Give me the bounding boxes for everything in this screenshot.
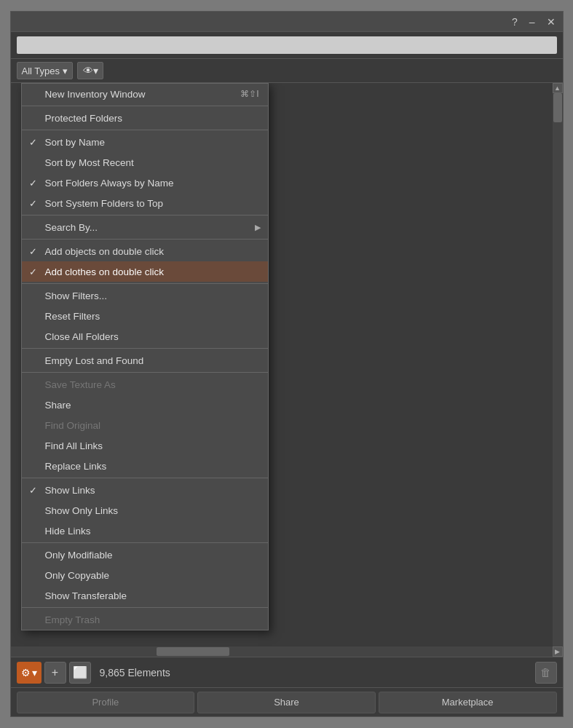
- menu-item-label: Reset Filters: [45, 311, 100, 322]
- menu-item-label: Search By...: [45, 222, 98, 233]
- menu-item-show-links[interactable]: ✓Show Links: [22, 480, 268, 500]
- menu-item-sort-by-name[interactable]: ✓Sort by Name: [22, 132, 268, 152]
- menu-item-label: Empty Trash: [45, 614, 100, 625]
- trash-button[interactable]: 🗑: [535, 662, 557, 684]
- menu-item-label: Only Copyable: [45, 570, 110, 581]
- menu-item-find-original: Find Original: [22, 415, 268, 435]
- menu-item-label: Show Links: [45, 485, 95, 496]
- folder-icon: ⬜: [73, 665, 87, 679]
- menu-item-sort-by-most-recent[interactable]: Sort by Most Recent: [22, 152, 268, 173]
- checkmark-icon: ✓: [29, 246, 37, 257]
- menu-item-share[interactable]: Share: [22, 395, 268, 415]
- menu-separator: [22, 106, 268, 106]
- eye-icon: 👁▾: [83, 65, 98, 76]
- menu-item-label: Share: [45, 400, 71, 411]
- scroll-up-arrow[interactable]: ▲: [553, 83, 563, 93]
- add-item-button[interactable]: +: [44, 662, 66, 684]
- menu-item-close-all-folders[interactable]: Close All Folders: [22, 326, 268, 347]
- menu-item-empty-lost-found[interactable]: Empty Lost and Found: [22, 350, 268, 371]
- close-button[interactable]: ✕: [544, 15, 558, 29]
- inventory-window: ? – ✕ All Types ▾ 👁▾ ▲ ▼: [10, 11, 564, 717]
- menu-item-hide-links[interactable]: Hide Links: [22, 521, 268, 541]
- menu-item-label: Sort by Name: [45, 137, 106, 148]
- menu-item-label: Show Transferable: [45, 590, 127, 601]
- checkmark-icon: ✓: [29, 137, 37, 148]
- menu-separator: [22, 607, 268, 608]
- horizontal-scrollbar[interactable]: [11, 646, 553, 657]
- menu-item-label: Replace Links: [45, 461, 107, 472]
- menu-item-empty-trash: Empty Trash: [22, 609, 268, 630]
- menu-item-show-only-links[interactable]: Show Only Links: [22, 500, 268, 521]
- checkmark-icon: ✓: [29, 178, 37, 189]
- gear-dropdown-arrow: ▾: [32, 667, 37, 678]
- trash-icon: 🗑: [540, 666, 551, 678]
- menu-item-reset-filters[interactable]: Reset Filters: [22, 306, 268, 326]
- share-button[interactable]: Share: [197, 692, 376, 713]
- h-scrollbar-track: [11, 646, 553, 657]
- eye-filter-button[interactable]: 👁▾: [77, 62, 103, 79]
- menu-item-new-inventory-window[interactable]: New Inventory Window⌘⇧I: [22, 84, 268, 104]
- filter-bar: All Types ▾ 👁▾: [11, 59, 563, 83]
- search-bar: [11, 32, 563, 59]
- menu-item-label: Add clothes on double click: [45, 266, 165, 277]
- folder-button[interactable]: ⬜: [69, 662, 91, 684]
- menu-separator: [22, 348, 268, 349]
- menu-item-save-texture-as: Save Texture As: [22, 374, 268, 395]
- checkmark-icon: ✓: [29, 485, 37, 496]
- menu-item-add-clothes[interactable]: ✓Add clothes on double click: [22, 261, 268, 282]
- content-area: ▲ ▼ ▶ New Inventory Window⌘⇧IProtected F…: [11, 83, 563, 657]
- menu-item-label: Hide Links: [45, 526, 91, 537]
- menu-item-protected-folders[interactable]: Protected Folders: [22, 108, 268, 128]
- bottom-action-buttons: Profile Share Marketplace: [11, 687, 563, 716]
- h-scrollbar-thumb[interactable]: [157, 647, 229, 656]
- menu-shortcut: ⌘⇧I: [226, 89, 258, 99]
- menu-item-only-copyable[interactable]: Only Copyable: [22, 565, 268, 585]
- menu-item-sort-folders-always[interactable]: ✓Sort Folders Always by Name: [22, 173, 268, 193]
- menu-item-add-objects[interactable]: ✓Add objects on double click: [22, 241, 268, 261]
- menu-item-show-transferable[interactable]: Show Transferable: [22, 585, 268, 606]
- checkmark-icon: ✓: [29, 266, 37, 277]
- scroll-right-corner[interactable]: ▶: [553, 646, 563, 657]
- scrollbar-track: [553, 93, 563, 646]
- menu-item-find-all-links[interactable]: Find All Links: [22, 435, 268, 456]
- type-filter-dropdown[interactable]: All Types ▾: [17, 62, 74, 79]
- menu-item-only-modifiable[interactable]: Only Modifiable: [22, 545, 268, 565]
- menu-item-show-filters[interactable]: Show Filters...: [22, 285, 268, 306]
- context-menu: New Inventory Window⌘⇧IProtected Folders…: [21, 83, 269, 630]
- type-filter-label: All Types: [22, 66, 60, 76]
- gear-menu-button[interactable]: ⚙ ▾: [17, 662, 42, 684]
- minimize-button[interactable]: –: [526, 15, 538, 29]
- menu-item-label: Show Only Links: [45, 505, 119, 516]
- menu-item-sort-system-folders[interactable]: ✓Sort System Folders to Top: [22, 193, 268, 213]
- menu-separator: [22, 130, 268, 130]
- checkmark-icon: ✓: [29, 198, 37, 209]
- menu-item-label: Only Modifiable: [45, 550, 113, 561]
- marketplace-button[interactable]: Marketplace: [379, 692, 557, 713]
- menu-item-label: Empty Lost and Found: [45, 355, 144, 366]
- menu-item-label: New Inventory Window: [45, 89, 146, 100]
- vertical-scrollbar[interactable]: ▲ ▼: [553, 83, 563, 657]
- profile-button[interactable]: Profile: [17, 692, 195, 713]
- menu-item-search-by[interactable]: Search By...▶: [22, 217, 268, 237]
- search-input[interactable]: [17, 36, 557, 54]
- chevron-down-icon: ▾: [63, 66, 68, 76]
- menu-item-label: Sort Folders Always by Name: [45, 178, 174, 189]
- menu-item-label: Find Original: [45, 420, 101, 431]
- menu-separator: [22, 239, 268, 240]
- menu-item-label: Close All Folders: [45, 331, 119, 342]
- menu-separator: [22, 215, 268, 215]
- help-button[interactable]: ?: [509, 15, 521, 29]
- bottom-toolbar: ⚙ ▾ + ⬜ 9,865 Elements 🗑: [11, 657, 563, 687]
- menu-item-label: Save Texture As: [45, 379, 116, 390]
- menu-item-label: Show Filters...: [45, 290, 108, 301]
- menu-item-label: Find All Links: [45, 440, 103, 451]
- menu-separator: [22, 542, 268, 543]
- menu-item-replace-links[interactable]: Replace Links: [22, 456, 268, 476]
- menu-item-label: Add objects on double click: [45, 246, 165, 257]
- menu-separator: [22, 478, 268, 478]
- menu-item-label: Sort by Most Recent: [45, 157, 134, 168]
- menu-item-label: Protected Folders: [45, 113, 123, 124]
- menu-separator: [22, 283, 268, 284]
- title-bar: ? – ✕: [11, 12, 563, 32]
- scrollbar-thumb[interactable]: [553, 93, 562, 122]
